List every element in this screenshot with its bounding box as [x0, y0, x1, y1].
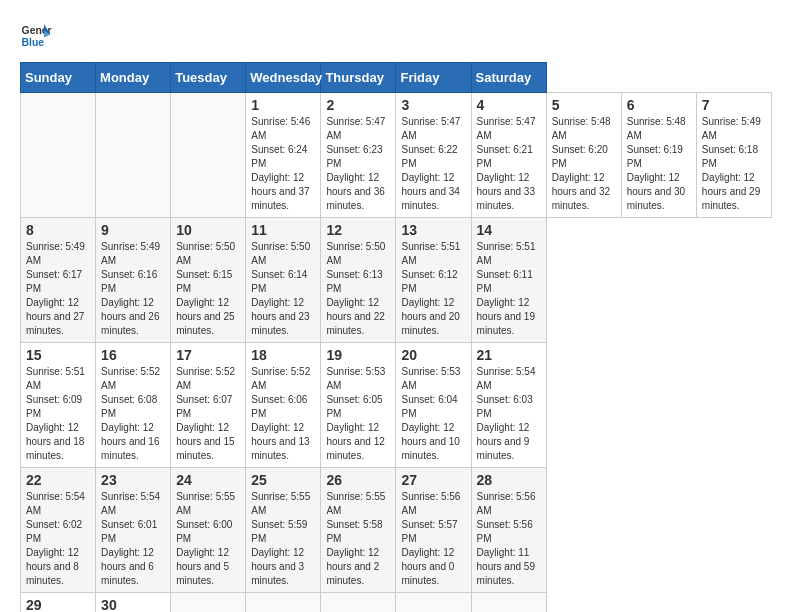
calendar-day-cell: 2 Sunrise: 5:47 AM Sunset: 6:23 PM Dayli… [321, 93, 396, 218]
cell-content: Sunrise: 5:55 AM Sunset: 6:00 PM Dayligh… [176, 490, 240, 588]
daylight-text: Daylight: 12 hours and 13 minutes. [251, 421, 315, 463]
calendar-day-cell: 6 Sunrise: 5:48 AM Sunset: 6:19 PM Dayli… [621, 93, 696, 218]
calendar-day-cell [396, 593, 471, 613]
sunrise-text: Sunrise: 5:53 AM [401, 365, 465, 393]
sunset-text: Sunset: 6:03 PM [477, 393, 541, 421]
sunset-text: Sunset: 6:21 PM [477, 143, 541, 171]
calendar-day-cell: 19 Sunrise: 5:53 AM Sunset: 6:05 PM Dayl… [321, 343, 396, 468]
daylight-text: Daylight: 12 hours and 6 minutes. [101, 546, 165, 588]
sunrise-text: Sunrise: 5:48 AM [627, 115, 691, 143]
cell-content: Sunrise: 5:54 AM Sunset: 6:03 PM Dayligh… [477, 365, 541, 463]
sunset-text: Sunset: 6:14 PM [251, 268, 315, 296]
calendar-day-cell [171, 93, 246, 218]
daylight-text: Daylight: 12 hours and 9 minutes. [477, 421, 541, 463]
sunrise-text: Sunrise: 5:49 AM [26, 240, 90, 268]
day-number: 24 [176, 472, 240, 488]
daylight-text: Daylight: 12 hours and 26 minutes. [101, 296, 165, 338]
sunset-text: Sunset: 6:06 PM [251, 393, 315, 421]
calendar-day-cell: 1 Sunrise: 5:46 AM Sunset: 6:24 PM Dayli… [246, 93, 321, 218]
cell-content: Sunrise: 5:50 AM Sunset: 6:15 PM Dayligh… [176, 240, 240, 338]
daylight-text: Daylight: 12 hours and 34 minutes. [401, 171, 465, 213]
day-number: 22 [26, 472, 90, 488]
calendar-day-cell [171, 593, 246, 613]
sunset-text: Sunset: 6:15 PM [176, 268, 240, 296]
cell-content: Sunrise: 5:55 AM Sunset: 5:59 PM Dayligh… [251, 490, 315, 588]
calendar-day-cell: 21 Sunrise: 5:54 AM Sunset: 6:03 PM Dayl… [471, 343, 546, 468]
sunset-text: Sunset: 6:12 PM [401, 268, 465, 296]
calendar-day-cell: 13 Sunrise: 5:51 AM Sunset: 6:12 PM Dayl… [396, 218, 471, 343]
calendar-day-cell: 3 Sunrise: 5:47 AM Sunset: 6:22 PM Dayli… [396, 93, 471, 218]
calendar-day-cell [471, 593, 546, 613]
daylight-text: Daylight: 12 hours and 19 minutes. [477, 296, 541, 338]
cell-content: Sunrise: 5:55 AM Sunset: 5:58 PM Dayligh… [326, 490, 390, 588]
cell-content: Sunrise: 5:49 AM Sunset: 6:18 PM Dayligh… [702, 115, 766, 213]
cell-content: Sunrise: 5:54 AM Sunset: 6:02 PM Dayligh… [26, 490, 90, 588]
cell-content: Sunrise: 5:56 AM Sunset: 5:57 PM Dayligh… [401, 490, 465, 588]
calendar-day-cell [321, 593, 396, 613]
calendar-day-cell: 22 Sunrise: 5:54 AM Sunset: 6:02 PM Dayl… [21, 468, 96, 593]
day-number: 29 [26, 597, 90, 612]
calendar-table: SundayMondayTuesdayWednesdayThursdayFrid… [20, 62, 772, 612]
cell-content: Sunrise: 5:49 AM Sunset: 6:16 PM Dayligh… [101, 240, 165, 338]
sunset-text: Sunset: 6:22 PM [401, 143, 465, 171]
calendar-day-cell: 10 Sunrise: 5:50 AM Sunset: 6:15 PM Dayl… [171, 218, 246, 343]
day-number: 19 [326, 347, 390, 363]
weekday-header: Friday [396, 63, 471, 93]
sunrise-text: Sunrise: 5:54 AM [477, 365, 541, 393]
calendar-day-cell: 7 Sunrise: 5:49 AM Sunset: 6:18 PM Dayli… [696, 93, 771, 218]
sunset-text: Sunset: 6:09 PM [26, 393, 90, 421]
cell-content: Sunrise: 5:56 AM Sunset: 5:56 PM Dayligh… [477, 490, 541, 588]
calendar-day-cell: 8 Sunrise: 5:49 AM Sunset: 6:17 PM Dayli… [21, 218, 96, 343]
sunrise-text: Sunrise: 5:55 AM [251, 490, 315, 518]
cell-content: Sunrise: 5:51 AM Sunset: 6:12 PM Dayligh… [401, 240, 465, 338]
day-number: 12 [326, 222, 390, 238]
weekday-header: Thursday [321, 63, 396, 93]
daylight-text: Daylight: 12 hours and 37 minutes. [251, 171, 315, 213]
cell-content: Sunrise: 5:49 AM Sunset: 6:17 PM Dayligh… [26, 240, 90, 338]
day-number: 9 [101, 222, 165, 238]
day-number: 28 [477, 472, 541, 488]
sunset-text: Sunset: 6:08 PM [101, 393, 165, 421]
calendar-day-cell: 11 Sunrise: 5:50 AM Sunset: 6:14 PM Dayl… [246, 218, 321, 343]
day-number: 4 [477, 97, 541, 113]
weekday-header: Tuesday [171, 63, 246, 93]
daylight-text: Daylight: 12 hours and 5 minutes. [176, 546, 240, 588]
sunset-text: Sunset: 6:05 PM [326, 393, 390, 421]
daylight-text: Daylight: 12 hours and 18 minutes. [26, 421, 90, 463]
sunrise-text: Sunrise: 5:52 AM [251, 365, 315, 393]
calendar-week-row: 29 Sunrise: 5:56 AM Sunset: 5:55 PM Dayl… [21, 593, 772, 613]
calendar-day-cell: 17 Sunrise: 5:52 AM Sunset: 6:07 PM Dayl… [171, 343, 246, 468]
weekday-header: Saturday [471, 63, 546, 93]
daylight-text: Daylight: 12 hours and 25 minutes. [176, 296, 240, 338]
logo: General Blue [20, 20, 52, 52]
daylight-text: Daylight: 11 hours and 59 minutes. [477, 546, 541, 588]
cell-content: Sunrise: 5:51 AM Sunset: 6:11 PM Dayligh… [477, 240, 541, 338]
sunset-text: Sunset: 6:24 PM [251, 143, 315, 171]
daylight-text: Daylight: 12 hours and 23 minutes. [251, 296, 315, 338]
logo-icon: General Blue [20, 20, 52, 52]
calendar-day-cell: 12 Sunrise: 5:50 AM Sunset: 6:13 PM Dayl… [321, 218, 396, 343]
day-number: 18 [251, 347, 315, 363]
daylight-text: Daylight: 12 hours and 32 minutes. [552, 171, 616, 213]
svg-text:Blue: Blue [22, 37, 45, 48]
cell-content: Sunrise: 5:54 AM Sunset: 6:01 PM Dayligh… [101, 490, 165, 588]
calendar-day-cell: 29 Sunrise: 5:56 AM Sunset: 5:55 PM Dayl… [21, 593, 96, 613]
sunrise-text: Sunrise: 5:55 AM [176, 490, 240, 518]
cell-content: Sunrise: 5:53 AM Sunset: 6:05 PM Dayligh… [326, 365, 390, 463]
daylight-text: Daylight: 12 hours and 29 minutes. [702, 171, 766, 213]
cell-content: Sunrise: 5:46 AM Sunset: 6:24 PM Dayligh… [251, 115, 315, 213]
calendar-day-cell: 16 Sunrise: 5:52 AM Sunset: 6:08 PM Dayl… [96, 343, 171, 468]
sunset-text: Sunset: 5:58 PM [326, 518, 390, 546]
cell-content: Sunrise: 5:53 AM Sunset: 6:04 PM Dayligh… [401, 365, 465, 463]
day-number: 5 [552, 97, 616, 113]
calendar-week-row: 15 Sunrise: 5:51 AM Sunset: 6:09 PM Dayl… [21, 343, 772, 468]
daylight-text: Daylight: 12 hours and 30 minutes. [627, 171, 691, 213]
daylight-text: Daylight: 12 hours and 33 minutes. [477, 171, 541, 213]
sunset-text: Sunset: 6:18 PM [702, 143, 766, 171]
calendar-day-cell: 24 Sunrise: 5:55 AM Sunset: 6:00 PM Dayl… [171, 468, 246, 593]
day-number: 21 [477, 347, 541, 363]
sunset-text: Sunset: 6:02 PM [26, 518, 90, 546]
sunrise-text: Sunrise: 5:51 AM [401, 240, 465, 268]
day-number: 13 [401, 222, 465, 238]
sunset-text: Sunset: 5:57 PM [401, 518, 465, 546]
